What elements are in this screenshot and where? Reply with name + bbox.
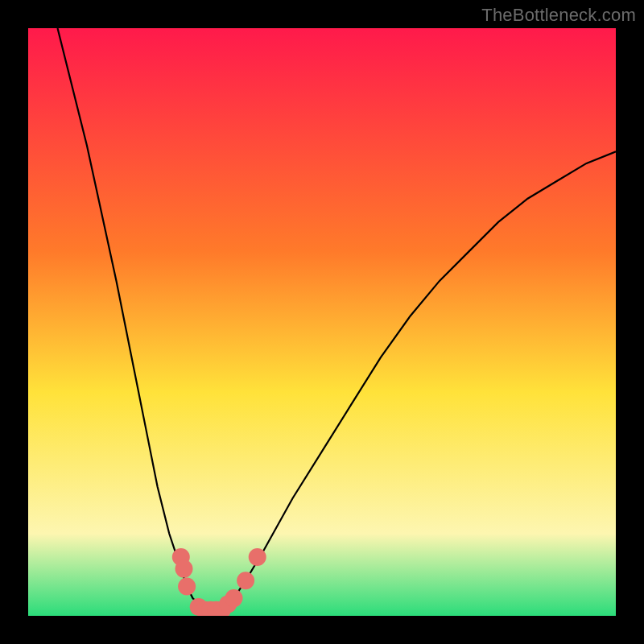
data-marker: [178, 578, 196, 596]
watermark-text: TheBottleneck.com: [481, 5, 636, 26]
chart-frame: TheBottleneck.com: [0, 0, 644, 644]
gradient-background: [28, 28, 616, 616]
data-marker: [237, 572, 254, 589]
plot-area: [28, 28, 616, 616]
data-marker: [249, 548, 266, 566]
bottleneck-chart: [28, 28, 616, 616]
data-marker: [175, 560, 193, 578]
data-marker: [225, 589, 243, 607]
